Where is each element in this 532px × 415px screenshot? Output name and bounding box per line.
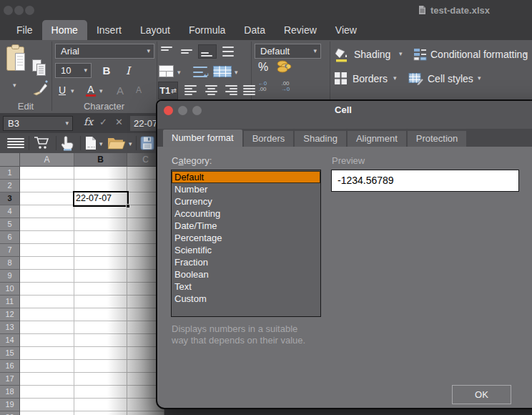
cell-C20[interactable] (127, 411, 164, 415)
category-option-number[interactable]: Number (172, 183, 320, 195)
dialog-tab-number-format[interactable]: Number format (163, 130, 242, 147)
cell-B18[interactable] (74, 386, 127, 399)
active-cell-selection[interactable]: 22-07-07 (73, 191, 129, 207)
category-option-currency[interactable]: Currency (172, 195, 320, 208)
cell-A14[interactable] (20, 334, 74, 347)
menu-item-review[interactable]: Review (275, 20, 326, 40)
insert-function-button[interactable]: fx (84, 116, 93, 127)
row-header-14[interactable]: 14 (0, 334, 20, 347)
category-option-text[interactable]: Text (172, 280, 320, 293)
column-header-A[interactable]: A (20, 153, 74, 167)
cell-A12[interactable] (20, 308, 74, 321)
borders-caret[interactable]: ▾ (393, 74, 397, 82)
align-left-button[interactable] (182, 84, 200, 97)
remove-decimal-button[interactable]: .00 →0 (275, 81, 295, 92)
category-option-fraction[interactable]: Fraction (172, 256, 320, 268)
window-close-button[interactable] (4, 6, 13, 15)
cell-B10[interactable] (74, 283, 127, 296)
cell-A15[interactable] (20, 347, 74, 360)
cell-A16[interactable] (20, 360, 74, 373)
cell-B12[interactable] (74, 308, 127, 321)
menu-item-view[interactable]: View (326, 20, 366, 40)
align-top-button[interactable] (158, 44, 177, 59)
menu-item-home[interactable]: Home (42, 20, 87, 40)
fill-handle[interactable] (126, 204, 130, 208)
cell-styles-caret[interactable]: ▾ (478, 74, 481, 82)
row-header-5[interactable]: 5 (0, 218, 20, 231)
cell-B1[interactable] (74, 167, 127, 180)
category-listbox[interactable]: DefaultNumberCurrencyAccountingDate/Time… (171, 170, 321, 317)
cell-B11[interactable] (74, 296, 127, 308)
row-header-18[interactable]: 18 (0, 386, 20, 399)
merge-table-icon[interactable] (212, 64, 232, 79)
row-header-2[interactable]: 2 (0, 180, 20, 192)
cell-A17[interactable] (20, 373, 74, 386)
cell-name-box[interactable]: B3▾ (3, 116, 73, 131)
row-header-3[interactable]: 3 (0, 192, 20, 205)
underline-options-caret[interactable]: ▾ (71, 87, 74, 94)
cell-B7[interactable] (74, 244, 127, 257)
row-header-17[interactable]: 17 (0, 373, 20, 386)
window-minimize-button[interactable] (14, 6, 24, 15)
shading-caret[interactable]: ▾ (399, 50, 403, 57)
cell-A6[interactable] (20, 231, 74, 244)
cell-B14[interactable] (74, 334, 127, 347)
dialog-tab-borders[interactable]: Borders (244, 131, 294, 147)
cell-A8[interactable] (20, 257, 74, 270)
conditional-formatting-button[interactable]: Conditional formatting (430, 47, 528, 62)
underline-button[interactable]: U (55, 82, 69, 98)
text-orientation-button[interactable]: T1 ⇄ (158, 82, 178, 99)
row-header-8[interactable]: 8 (0, 257, 20, 270)
cell-styles-button[interactable]: Cell styles (428, 72, 473, 86)
paste-icon[interactable] (6, 44, 29, 74)
cell-A3[interactable] (20, 192, 74, 205)
bold-button[interactable]: B (98, 63, 115, 78)
cell-B15[interactable] (74, 347, 127, 360)
shopping-cart-icon[interactable] (33, 136, 51, 150)
cell-B6[interactable] (74, 231, 127, 244)
add-decimal-button[interactable]: ←0 .00 (252, 81, 272, 92)
cell-B4[interactable] (74, 205, 127, 218)
cell-A1[interactable] (20, 167, 74, 180)
cell-B17[interactable] (74, 373, 127, 386)
copy-icon[interactable] (31, 59, 47, 77)
cell-A2[interactable] (20, 180, 74, 192)
font-color-button[interactable]: A (84, 82, 98, 98)
cell-B5[interactable] (74, 218, 127, 231)
cell-A11[interactable] (20, 296, 74, 308)
category-option-date-time[interactable]: Date/Time (172, 220, 320, 232)
cell-A19[interactable] (20, 399, 74, 411)
currency-format-icon[interactable]: € (276, 60, 293, 73)
save-icon[interactable] (140, 136, 154, 150)
row-header-12[interactable]: 12 (0, 308, 20, 321)
percent-format-button[interactable]: % (255, 60, 272, 74)
row-header-19[interactable]: 19 (0, 399, 20, 411)
column-header-B[interactable]: B (74, 153, 127, 167)
align-right-button[interactable] (222, 84, 240, 97)
dialog-tab-protection[interactable]: Protection (408, 131, 467, 147)
open-document-icon[interactable] (107, 137, 126, 150)
row-header-16[interactable]: 16 (0, 360, 20, 373)
menu-item-data[interactable]: Data (235, 20, 275, 40)
shrink-font-button[interactable]: A (131, 82, 147, 98)
new-document-icon[interactable] (85, 136, 97, 150)
dialog-tab-shading[interactable]: Shading (295, 131, 346, 147)
format-painter-icon[interactable] (31, 79, 49, 96)
confirm-entry-icon[interactable]: ✓ (99, 117, 107, 127)
menu-item-insert[interactable]: Insert (87, 20, 131, 40)
align-bottom-button[interactable] (198, 44, 217, 59)
font-name-select[interactable]: Arial▾ (55, 44, 154, 59)
cell-B19[interactable] (74, 399, 127, 411)
dialog-titlebar[interactable]: Cell (157, 101, 532, 119)
cell-B9[interactable] (74, 270, 127, 283)
category-option-percentage[interactable]: Percentage (172, 232, 320, 244)
row-header-9[interactable]: 9 (0, 270, 20, 283)
cell-A13[interactable] (20, 321, 74, 334)
window-zoom-button[interactable] (25, 6, 34, 15)
italic-button[interactable]: I (119, 63, 137, 78)
row-header-10[interactable]: 10 (0, 283, 20, 296)
font-color-options-caret[interactable]: ▾ (99, 87, 103, 94)
align-center-button[interactable] (202, 84, 220, 97)
category-option-default[interactable]: Default (172, 171, 320, 183)
align-middle-button[interactable] (178, 44, 197, 59)
